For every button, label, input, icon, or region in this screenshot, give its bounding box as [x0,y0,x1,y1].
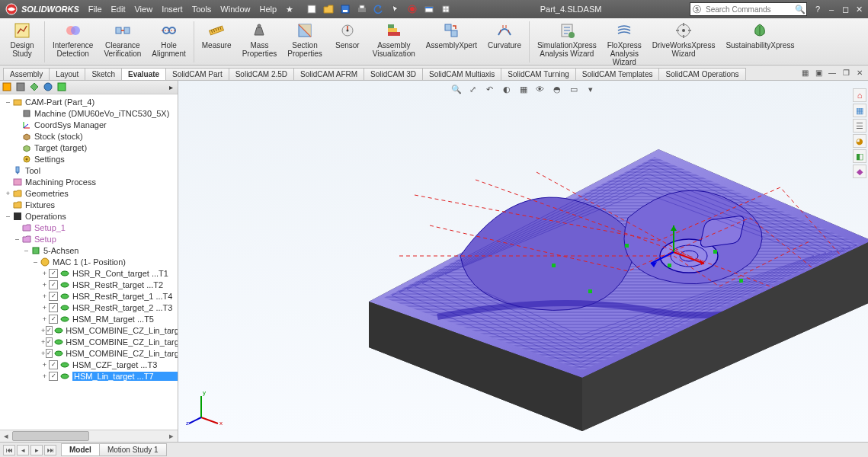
tree-node[interactable]: +Geometries [2,187,178,199]
checkbox[interactable]: ✓ [49,269,58,278]
tab-solidcam-turning[interactable]: SolidCAM Turning [501,68,576,80]
expand-icon[interactable]: + [41,304,48,312]
menu-insert[interactable]: Insert [157,5,187,14]
search-icon[interactable]: 🔍 [794,5,806,14]
view-settings-icon[interactable]: ▾ [584,82,597,96]
expand-icon[interactable]: + [41,270,48,277]
tree-tab3[interactable] [28,81,40,92]
tree-node[interactable]: +✓HSR_RestR_target_1 ...T4 [2,290,178,302]
bottom-tab-model[interactable]: Model [61,443,100,456]
cm-icon2[interactable]: ▣ [813,67,824,78]
tab-sketch[interactable]: Sketch [85,68,122,80]
scroll-left-icon[interactable]: ◂ [0,430,12,442]
ribbon-design-study[interactable]: DesignStudy [3,20,41,59]
tab-solidcam-part[interactable]: SolidCAM Part [165,68,229,80]
search-input[interactable] [703,5,794,14]
checkbox[interactable]: ✓ [46,337,53,347]
tree-node[interactable]: +✓HSM_COMBINE_CZ_Lin_target_1 ...T7 [2,336,178,347]
ribbon-drive[interactable]: DriveWorksXpressWizard [648,20,720,59]
appearance-icon[interactable]: ◓ [550,82,564,96]
ribbon-measure[interactable]: Measure [197,20,236,51]
tree-node[interactable]: Fixtures [2,199,178,210]
tree-node[interactable]: –CAM-Part (Part_4) [2,96,178,107]
tree-node[interactable]: +✓HSM_CZF_target ...T3 [2,359,178,370]
tree-node[interactable]: Machining Process [2,176,178,187]
tab-layout[interactable]: Layout [49,68,85,80]
tree-tab1[interactable] [1,81,13,92]
scroll-thumb[interactable] [12,431,89,441]
expand-icon[interactable]: + [41,372,48,380]
cm-restore-icon[interactable]: ❐ [841,67,851,78]
checkbox[interactable]: ✓ [49,360,58,369]
expand-icon[interactable]: – [32,258,39,266]
close-button[interactable]: ✕ [853,4,865,14]
tab-solidcam-2-5d[interactable]: SolidCAM 2.5D [229,68,294,80]
ribbon-curvature[interactable]: Curvature [483,20,526,51]
rebuild-button[interactable] [406,3,418,15]
checkbox[interactable]: ✓ [49,280,58,289]
tab-first-icon[interactable]: ⏮ [3,445,15,455]
expand-icon[interactable]: – [14,235,21,243]
ribbon-hole-align[interactable]: HoleAlignment [147,20,190,59]
tree-node[interactable]: +✓HSR_RestR_target_2 ...T3 [2,302,178,313]
options2-button[interactable] [440,3,452,15]
ribbon-clearance[interactable]: ClearanceVerification [99,20,146,59]
expand-icon[interactable]: – [23,247,30,254]
checkbox[interactable]: ✓ [46,349,53,358]
section-view-icon[interactable]: ◐ [500,82,514,96]
tab-solidcam-3d[interactable]: SolidCAM 3D [364,68,423,80]
expand-icon[interactable]: + [5,190,11,197]
tree-node[interactable]: Tool [2,165,178,176]
zoom-fit-icon[interactable]: 🔍 [450,82,463,96]
tree-node[interactable]: Setup_1 [2,222,178,233]
expand-icon[interactable]: – [5,98,11,106]
open-button[interactable] [322,3,335,15]
ribbon-mass[interactable]: MassProperties [238,20,282,59]
tab-solidcam-operations[interactable]: SolidCAM Operations [658,68,745,80]
bottom-tab-motion-study-1[interactable]: Motion Study 1 [99,443,167,456]
checkbox[interactable]: ✓ [46,326,53,335]
tab-solidcam-multiaxis[interactable]: SolidCAM Multiaxis [422,68,501,80]
tree-node[interactable]: –Setup [2,233,178,244]
tree-tab2[interactable] [14,81,27,92]
ribbon-flo[interactable]: FloXpressAnalysisWizard [603,20,646,68]
tab-last-icon[interactable]: ⏭ [44,445,56,455]
feature-tree[interactable]: –CAM-Part (Part_4)Machine (DMU60eVo_iTNC… [0,94,178,430]
expand-icon[interactable]: + [41,315,48,323]
cm-icon1[interactable]: ▦ [799,67,810,78]
graphics-viewport[interactable]: 🔍 ⤢ ↶ ◐ ▦ 👁 ◓ ▭ ▾ ⌂ ▦ ☰ ◕ ◧ ◆ [178,81,868,442]
tree-tab5[interactable] [56,81,68,92]
ribbon-asm-xpert[interactable]: AssemblyXpert [421,20,482,51]
tree-node[interactable]: –5-Achsen [2,244,178,256]
tab-next-icon[interactable]: ▸ [30,445,43,455]
tab-prev-icon[interactable]: ◂ [17,445,29,455]
scroll-right-icon[interactable]: ▸ [165,430,178,442]
tree-node[interactable]: +✓HSR_RestR_target ...T2 [2,279,178,290]
tree-tab4[interactable] [42,81,54,92]
tab-solidcam-afrm[interactable]: SolidCAM AFRM [293,68,364,80]
tree-node[interactable]: +✓HSM_Lin_target ...T7 [2,370,178,382]
menu-help[interactable]: Help [255,5,281,14]
tab-solidcam-templates[interactable]: SolidCAM Templates [575,68,660,80]
menu-view[interactable]: View [130,5,157,14]
prev-view-icon[interactable]: ↶ [483,82,497,96]
expand-icon[interactable]: + [41,338,45,346]
options-button[interactable] [423,3,435,15]
menu-edit[interactable]: Edit [107,5,130,14]
ribbon-sensor[interactable]: Sensor [328,20,367,51]
display-style-icon[interactable]: ▦ [517,82,530,96]
tree-node[interactable]: +✓HSM_COMBINE_CZ_Lin_target ...T6 [2,324,178,336]
select-button[interactable] [389,3,402,15]
tree-node[interactable]: –Operations [2,210,178,222]
undo-button[interactable] [373,3,385,15]
maximize-button[interactable]: ◻ [839,4,851,14]
hide-show-icon[interactable]: 👁 [533,82,547,96]
scene-icon[interactable]: ▭ [567,82,581,96]
tree-node[interactable]: Stock (stock) [2,130,178,142]
checkbox[interactable]: ✓ [49,292,58,301]
expand-icon[interactable]: + [41,361,48,369]
tree-node[interactable]: +✓HSM_COMBINE_CZ_Lin_target_2 ...T3 [2,347,178,359]
menu-star-icon[interactable]: ★ [281,5,298,14]
checkbox[interactable]: ✓ [49,372,58,381]
tree-node[interactable]: Settings [2,153,178,165]
